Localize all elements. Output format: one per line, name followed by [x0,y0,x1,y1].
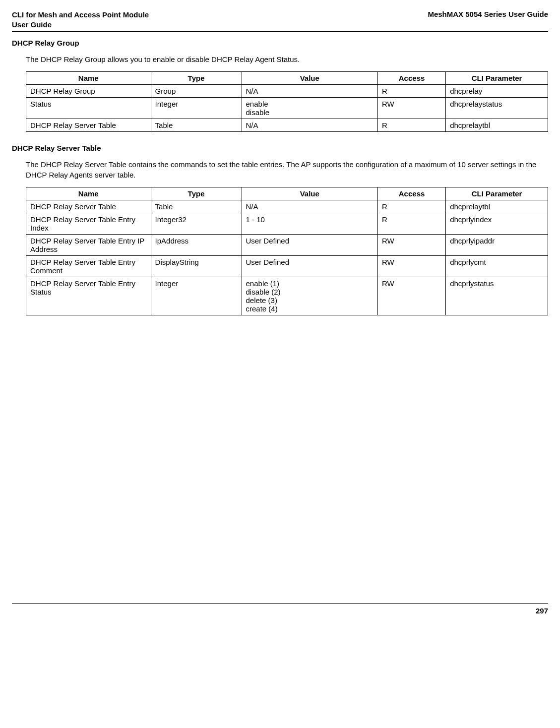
table-row: Status Integer enable disable RW dhcprel… [26,98,548,119]
cell-value: N/A [242,200,377,213]
table-header-row: Name Type Value Access CLI Parameter [26,72,548,85]
header-left: CLI for Mesh and Access Point Module Use… [12,10,149,29]
cell-cli: dhcprelaystatus [446,98,548,119]
cell-value: N/A [242,119,377,132]
th-name: Name [26,187,151,200]
cell-access: RW [377,277,445,315]
cell-value: 1 - 10 [242,213,377,235]
cell-value: User Defined [242,235,377,256]
cell-type: Integer32 [151,213,242,235]
cell-cli: dhcprlyipaddr [446,235,548,256]
table-row: DHCP Relay Server Table Table N/A R dhcp… [26,119,548,132]
cell-access: RW [377,256,445,277]
section2-table: Name Type Value Access CLI Parameter DHC… [26,187,548,315]
table-row: DHCP Relay Server Table Entry Status Int… [26,277,548,315]
page-header: CLI for Mesh and Access Point Module Use… [12,10,548,29]
cell-value: enable (1) disable (2) delete (3) create… [242,277,377,315]
section2-description: The DHCP Relay Server Table contains the… [26,159,548,180]
th-cli: CLI Parameter [446,187,548,200]
cell-cli: dhcprelaytbl [446,200,548,213]
section1-table: Name Type Value Access CLI Parameter DHC… [26,71,548,132]
cell-value: enable disable [242,98,377,119]
header-left-line1: CLI for Mesh and Access Point Module [12,10,149,19]
table-header-row: Name Type Value Access CLI Parameter [26,187,548,200]
cell-cli: dhcprelaytbl [446,119,548,132]
cell-access: R [377,119,445,132]
th-access: Access [377,187,445,200]
th-cli: CLI Parameter [446,72,548,85]
cell-cli: dhcprlycmt [446,256,548,277]
section2-title: DHCP Relay Server Table [12,144,548,152]
cell-access: R [377,200,445,213]
table-row: DHCP Relay Group Group N/A R dhcprelay [26,85,548,98]
cell-cli: dhcprlystatus [446,277,548,315]
cell-type: Table [151,119,242,132]
header-divider [12,31,548,32]
page-number: 297 [12,607,548,615]
th-value: Value [242,187,377,200]
cell-name: DHCP Relay Server Table [26,119,151,132]
th-type: Type [151,187,242,200]
cell-type: Group [151,85,242,98]
header-left-line2: User Guide [12,20,52,29]
cell-access: R [377,85,445,98]
section1-description: The DHCP Relay Group allows you to enabl… [26,54,548,64]
cell-type: Integer [151,98,242,119]
table-row: DHCP Relay Server Table Entry Comment Di… [26,256,548,277]
table-row: DHCP Relay Server Table Table N/A R dhcp… [26,200,548,213]
th-access: Access [377,72,445,85]
cell-cli: dhcprelay [446,85,548,98]
cell-access: R [377,213,445,235]
section1-title: DHCP Relay Group [12,39,548,47]
cell-name: DHCP Relay Group [26,85,151,98]
cell-access: RW [377,235,445,256]
th-value: Value [242,72,377,85]
th-name: Name [26,72,151,85]
cell-value: N/A [242,85,377,98]
cell-type: DisplayString [151,256,242,277]
cell-type: Integer [151,277,242,315]
cell-name: DHCP Relay Server Table [26,200,151,213]
cell-type: IpAddress [151,235,242,256]
cell-access: RW [377,98,445,119]
cell-value: User Defined [242,256,377,277]
cell-name: DHCP Relay Server Table Entry Status [26,277,151,315]
cell-name: Status [26,98,151,119]
page-footer: 297 [12,603,548,615]
table-row: DHCP Relay Server Table Entry IP Address… [26,235,548,256]
footer-divider [12,603,548,604]
cell-name: DHCP Relay Server Table Entry IP Address [26,235,151,256]
cell-cli: dhcprlyindex [446,213,548,235]
cell-type: Table [151,200,242,213]
cell-name: DHCP Relay Server Table Entry Index [26,213,151,235]
cell-name: DHCP Relay Server Table Entry Comment [26,256,151,277]
table-row: DHCP Relay Server Table Entry Index Inte… [26,213,548,235]
th-type: Type [151,72,242,85]
header-right: MeshMAX 5054 Series User Guide [428,10,548,18]
